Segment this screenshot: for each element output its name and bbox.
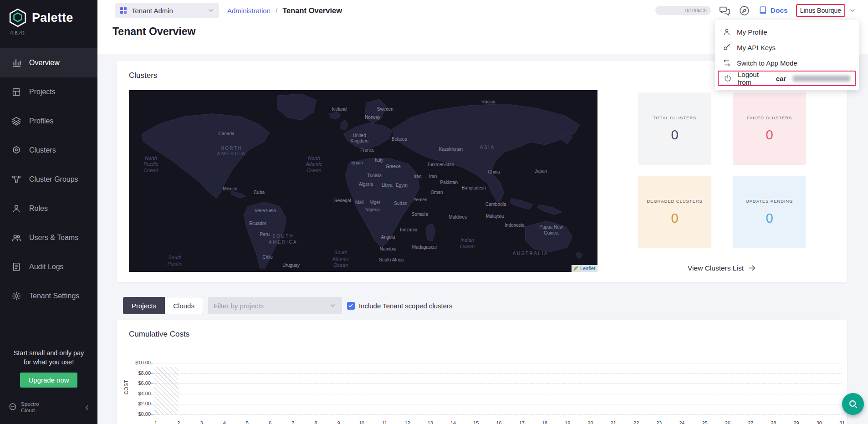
breadcrumb-administration[interactable]: Administration	[227, 7, 271, 15]
spectro-cloud-logo: Spectro Cloud	[8, 401, 39, 414]
promo-line2: for what you use!	[0, 358, 97, 367]
footer-line2: Cloud	[21, 408, 39, 414]
x-tick-label: 22	[633, 420, 639, 424]
x-tick-label: 12	[404, 420, 410, 424]
breadcrumb-separator: /	[276, 7, 277, 15]
user-menu-item-my-api-keys[interactable]: My API Keys	[715, 40, 859, 55]
x-tick-label: 9	[337, 420, 340, 424]
docs-button[interactable]: Docs	[758, 6, 788, 15]
view-clusters-list-link[interactable]: View Clusters List	[688, 264, 756, 272]
stat-label: UPDATES PENDING	[746, 198, 793, 204]
projects-icon	[11, 87, 21, 97]
chat-icon[interactable]	[719, 5, 730, 16]
upgrade-now-button[interactable]: Upgrade now	[20, 373, 77, 388]
docs-icon	[758, 6, 767, 15]
stat-label: DEGRADED CLUSTERS	[647, 198, 702, 204]
project-filter-select[interactable]: Filter by projects	[208, 297, 342, 314]
tenant-scope-icon	[120, 7, 127, 14]
x-tick-label: 8	[315, 420, 317, 424]
menu-item-label: Logout from	[738, 71, 774, 86]
x-tick-label: 16	[496, 420, 501, 424]
gridline	[154, 373, 842, 374]
x-tick-label: 5	[246, 420, 249, 424]
clusters-card: Clusters	[117, 61, 847, 282]
tenant-settings-icon	[11, 291, 21, 301]
breadcrumb: Administration / Tenant Overview	[227, 6, 342, 15]
gridline	[154, 363, 842, 363]
stat-card-failed-clusters: FAILED CLUSTERS0	[733, 92, 806, 165]
x-tick-label: 30	[817, 420, 822, 424]
stat-label: TOTAL CLUSTERS	[653, 115, 696, 121]
user-menu-item-switch-to-app-mode[interactable]: Switch to App Mode	[715, 55, 859, 71]
user-menu-item-logout-from[interactable]: Logout fromcar	[718, 71, 856, 86]
sidebar-item-tenant-settings[interactable]: Tenant Settings	[0, 281, 97, 311]
sidebar-item-roles[interactable]: Roles	[0, 194, 97, 223]
scope-selector[interactable]: Tenant Admin	[115, 3, 219, 18]
cumulative-costs-card: Cumulative Costs COST $0.00$2.00$4.00$6.…	[117, 320, 847, 424]
tenant-scoped-checkbox-label: Include Tenant scoped clusters	[359, 302, 453, 310]
gridline	[154, 383, 842, 384]
cost-plot: 1234567891011121314151617181920212223242…	[154, 363, 842, 414]
sidebar-item-audit-logs[interactable]: Audit Logs	[0, 252, 97, 281]
app-root: Palette 4.6.41 OverviewProjectsProfilesC…	[0, 0, 868, 424]
user-chevron-down-icon[interactable]	[849, 7, 856, 14]
sidebar-item-profiles[interactable]: Profiles	[0, 107, 97, 136]
scope-label: Tenant Admin	[132, 7, 203, 15]
sidebar-collapse-icon[interactable]	[83, 404, 91, 412]
x-tick-label: 10	[359, 420, 364, 424]
sidebar-item-clusters[interactable]: Clusters	[0, 136, 97, 165]
y-tick-label: $6.00	[117, 380, 151, 386]
sidebar-bottom: Start small and only pay for what you us…	[0, 348, 97, 424]
sidebar-item-projects[interactable]: Projects	[0, 77, 97, 107]
x-tick-label: 15	[473, 420, 479, 424]
sidebar-nav: OverviewProjectsProfilesClustersCluster …	[0, 48, 97, 311]
x-tick-label: 13	[428, 420, 433, 424]
x-tick-label: 1	[154, 420, 157, 424]
sidebar-item-label: Roles	[29, 204, 48, 213]
view-clusters-list-label: View Clusters List	[688, 264, 744, 272]
sidebar-item-cluster-groups[interactable]: Cluster Groups	[0, 165, 97, 194]
sidebar-item-label: Profiles	[29, 117, 53, 125]
tab-projects[interactable]: Projects	[123, 297, 165, 314]
upgrade-promo-text: Start small and only pay for what you us…	[0, 348, 97, 367]
sidebar-item-users-teams[interactable]: Users & Teams	[0, 223, 97, 252]
sidebar-item-label: Projects	[29, 88, 56, 96]
magnifier-icon	[848, 399, 858, 409]
chevron-down-icon	[207, 7, 214, 14]
x-tick-label: 2	[177, 420, 180, 424]
y-tick-label: $8.00	[117, 370, 151, 376]
stat-card-total-clusters: TOTAL CLUSTERS0	[638, 92, 711, 165]
costs-card-title: Cumulative Costs	[129, 330, 189, 339]
topbar-right: 0/100kCh	[655, 4, 868, 17]
user-menu-item-my-profile[interactable]: My Profile	[715, 24, 859, 40]
clusters-icon	[11, 145, 21, 155]
content-area: Clusters	[97, 54, 868, 424]
sidebar-item-label: Clusters	[29, 146, 56, 154]
gridline	[154, 414, 842, 415]
compass-icon[interactable]	[739, 5, 750, 16]
sidebar-footer: Spectro Cloud	[0, 388, 97, 419]
sidebar-item-label: Tenant Settings	[29, 292, 79, 300]
user-menu-button[interactable]: Linus Bourque	[796, 4, 845, 17]
x-tick-label: 28	[771, 420, 776, 424]
world-map-landmass	[129, 90, 597, 272]
sidebar-item-overview[interactable]: Overview	[0, 48, 97, 77]
cost-filter-row: ProjectsClouds Filter by projects Includ…	[123, 297, 453, 314]
leaflet-attribution-link[interactable]: Leaflet	[580, 266, 595, 271]
tab-clouds[interactable]: Clouds	[165, 297, 203, 314]
brand-logo: Palette	[0, 0, 97, 28]
menu-item-label: My API Keys	[737, 44, 776, 51]
scope-tabs: ProjectsClouds	[123, 297, 203, 314]
x-tick-label: 24	[679, 420, 684, 424]
users-teams-icon	[11, 233, 21, 243]
x-tick-label: 26	[725, 420, 730, 424]
assistant-fab-button[interactable]	[842, 393, 864, 415]
y-tick-label: $10.00	[117, 360, 151, 365]
stat-value: 0	[671, 211, 678, 226]
clusters-world-map[interactable]: IcelandSwedenNorwayRussiaCanadaUnited Ki…	[129, 90, 597, 272]
x-tick-label: 18	[542, 420, 547, 424]
stat-value: 0	[671, 128, 678, 143]
power-icon	[724, 74, 732, 82]
tenant-scoped-checkbox[interactable]	[347, 302, 355, 310]
x-tick-label: 7	[291, 420, 294, 424]
